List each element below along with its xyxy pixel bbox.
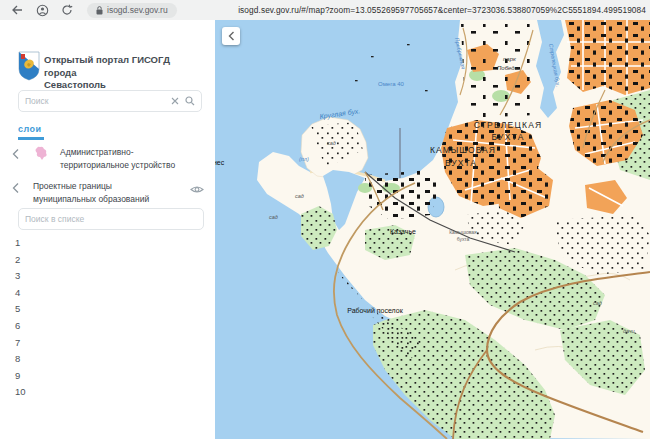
list-item[interactable]: 1 bbox=[0, 235, 215, 252]
label-dachi: дачи bbox=[623, 328, 635, 334]
label-park-pobedy: парк bbox=[503, 56, 517, 62]
reload-icon[interactable] bbox=[59, 2, 75, 18]
label-kazachye: Казачье bbox=[390, 228, 416, 235]
address-bar[interactable]: isogd.sev.gov.ru bbox=[87, 3, 177, 18]
chevron-left-icon[interactable] bbox=[12, 182, 20, 194]
sidebar-panel: Открытый портал ГИСОГД города Севастопол… bbox=[0, 20, 215, 439]
label-sad: сад bbox=[295, 193, 304, 199]
label-rabochiy-poselok: Рабочий поселок bbox=[347, 307, 403, 314]
clear-icon[interactable] bbox=[171, 97, 179, 105]
label-sad: сад bbox=[593, 300, 602, 306]
label-kamyshovaya-bay: КАМЫШОВАЯ bbox=[430, 145, 496, 155]
chevron-left-icon[interactable] bbox=[12, 148, 20, 160]
eye-icon[interactable] bbox=[190, 184, 204, 195]
label-khersones: Херсонес bbox=[215, 159, 225, 167]
list-item[interactable]: 8 bbox=[0, 351, 215, 368]
layer-item-admin-territorial[interactable]: Административно- территориальное устройс… bbox=[0, 144, 215, 176]
list-item[interactable]: 7 bbox=[0, 335, 215, 352]
search-input[interactable] bbox=[19, 96, 171, 106]
main-search bbox=[18, 90, 202, 112]
map-canvas[interactable]: Омега 40 Круглая бух. Прибрежная Стрелец… bbox=[215, 20, 650, 439]
list-item[interactable]: 6 bbox=[0, 318, 215, 335]
list-item[interactable]: 10 bbox=[0, 384, 215, 401]
tab-layers[interactable]: слои bbox=[18, 124, 42, 134]
label-pl: (пл) bbox=[299, 156, 309, 162]
search-icon[interactable] bbox=[185, 96, 195, 106]
list-item[interactable]: 4 bbox=[0, 285, 215, 302]
browser-toolbar: isogd.sev.gov.ru isogd.sev.gov.ru/#/map?… bbox=[0, 0, 650, 21]
label-kamyshovaya-small: бухта bbox=[457, 236, 470, 242]
portal-title: Открытый портал ГИСОГД города Севастопол… bbox=[44, 54, 204, 92]
list-item[interactable]: 5 bbox=[0, 301, 215, 318]
label-streletskaya-bay: СТРЕЛЕЦКАЯ bbox=[474, 120, 543, 130]
label-sad: сад bbox=[327, 140, 336, 146]
label-park-pobedy: Победы bbox=[497, 65, 520, 71]
lock-icon bbox=[96, 6, 103, 15]
label-omega: Омега 40 bbox=[378, 81, 405, 87]
sevastopol-coat-of-arms bbox=[18, 51, 40, 81]
collapse-sidebar-button[interactable] bbox=[222, 27, 240, 45]
layer-label: Административно- территориальное устройс… bbox=[60, 146, 175, 172]
label-kamyshovaya-small: Камышовая bbox=[449, 229, 477, 235]
back-icon[interactable] bbox=[9, 2, 25, 18]
layer-item-project-borders[interactable]: Проектные границы муниципальных образова… bbox=[0, 178, 215, 210]
list-search bbox=[18, 208, 204, 230]
list-item[interactable]: 9 bbox=[0, 368, 215, 385]
label-kamyshovaya-bay: БУХТА bbox=[445, 158, 477, 168]
label-sad: сад bbox=[269, 214, 278, 220]
list-item[interactable]: 3 bbox=[0, 268, 215, 285]
list-item[interactable]: 2 bbox=[0, 252, 215, 269]
chevron-left-icon bbox=[228, 31, 235, 41]
result-list: 1 2 3 4 5 6 7 8 9 10 bbox=[0, 235, 215, 401]
layer-pink-icon bbox=[33, 146, 48, 161]
tab-layers-underline bbox=[18, 137, 44, 140]
label-streletskaya-bay: БУХТА bbox=[491, 132, 524, 142]
page-url-text: isogd.sev.gov.ru/#/map?zoom=13.055269597… bbox=[238, 5, 646, 15]
browser-badge-icon[interactable] bbox=[34, 2, 50, 18]
list-search-input[interactable] bbox=[19, 214, 203, 224]
address-bar-text: isogd.sev.gov.ru bbox=[107, 5, 168, 15]
layer-label: Проектные границы муниципальных образова… bbox=[33, 180, 149, 206]
